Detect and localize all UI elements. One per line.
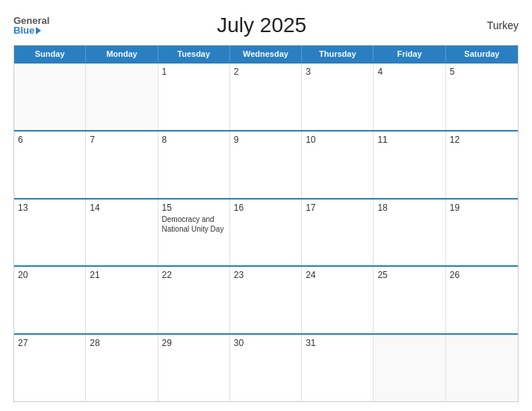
table-row: 28 [86,335,158,401]
day-number: 7 [90,135,153,145]
table-row: 31 [302,335,374,401]
day-number: 26 [450,270,514,280]
calendar-event: Democracy and National Unity Day [162,214,226,234]
logo-blue-text: Blue [13,25,41,35]
day-number: 9 [234,135,297,145]
table-row: 8 [158,132,230,198]
table-row: 17 [302,200,374,266]
day-number: 16 [234,203,297,213]
table-row: 15Democracy and National Unity Day [158,200,230,266]
calendar: Sunday Monday Tuesday Wednesday Thursday… [13,45,519,402]
week-4: 20212223242526 [14,265,518,333]
calendar-body: 123456789101112131415Democracy and Natio… [14,62,518,401]
day-number: 20 [18,270,81,280]
logo-triangle-icon [36,27,41,34]
day-number: 23 [234,270,297,280]
col-wednesday: Wednesday [230,46,302,62]
day-number: 25 [377,270,441,280]
week-3: 131415Democracy and National Unity Day16… [14,198,518,266]
col-saturday: Saturday [446,46,518,62]
day-number: 12 [450,135,514,145]
day-number: 28 [90,338,153,348]
day-number: 6 [18,135,81,145]
table-row: 23 [230,267,302,333]
table-row: 29 [158,335,230,401]
table-row: 19 [446,200,518,266]
page: General Blue July 2025 Turkey Sunday Mon… [0,0,532,411]
day-number: 30 [234,338,297,348]
table-row: 5 [446,64,518,130]
day-number: 2 [234,67,297,77]
table-row: 6 [14,132,86,198]
col-monday: Monday [86,46,158,62]
table-row [14,64,86,130]
table-row: 14 [86,200,158,266]
table-row [446,335,518,401]
table-row: 12 [446,132,518,198]
table-row: 10 [302,132,374,198]
table-row [86,64,158,130]
day-number: 15 [162,203,226,213]
week-1: 12345 [14,62,518,130]
day-number: 27 [18,338,81,348]
table-row: 18 [374,200,445,266]
table-row: 9 [230,132,302,198]
col-thursday: Thursday [302,46,374,62]
table-row: 22 [158,267,230,333]
day-number: 3 [306,67,369,77]
header: General Blue July 2025 Turkey [13,13,519,37]
table-row: 24 [302,267,374,333]
day-number: 24 [306,270,369,280]
calendar-header: Sunday Monday Tuesday Wednesday Thursday… [14,46,518,62]
table-row: 13 [14,200,86,266]
day-number: 17 [306,203,369,213]
table-row: 7 [86,132,158,198]
table-row: 27 [14,335,86,401]
table-row: 20 [14,267,86,333]
day-number: 13 [18,203,81,213]
col-tuesday: Tuesday [158,46,230,62]
day-number: 4 [377,67,441,77]
calendar-title: July 2025 [49,13,474,37]
table-row: 16 [230,200,302,266]
table-row [374,335,445,401]
day-number: 8 [162,135,226,145]
table-row: 21 [86,267,158,333]
day-number: 21 [90,270,153,280]
day-number: 19 [450,203,514,213]
day-number: 31 [306,338,369,348]
week-5: 2728293031 [14,333,518,401]
table-row: 11 [374,132,445,198]
table-row: 4 [374,64,445,130]
day-number: 29 [162,338,226,348]
day-number: 10 [306,135,369,145]
day-number: 22 [162,270,226,280]
table-row: 26 [446,267,518,333]
day-number: 1 [162,67,226,77]
col-sunday: Sunday [14,46,86,62]
table-row: 25 [374,267,445,333]
table-row: 3 [302,64,374,130]
day-number: 11 [377,135,441,145]
day-number: 14 [90,203,153,213]
country-label: Turkey [474,19,519,31]
table-row: 30 [230,335,302,401]
day-number: 18 [377,203,441,213]
week-2: 6789101112 [14,130,518,198]
table-row: 1 [158,64,230,130]
logo: General Blue [13,16,49,35]
col-friday: Friday [374,46,445,62]
day-number: 5 [450,67,514,77]
table-row: 2 [230,64,302,130]
